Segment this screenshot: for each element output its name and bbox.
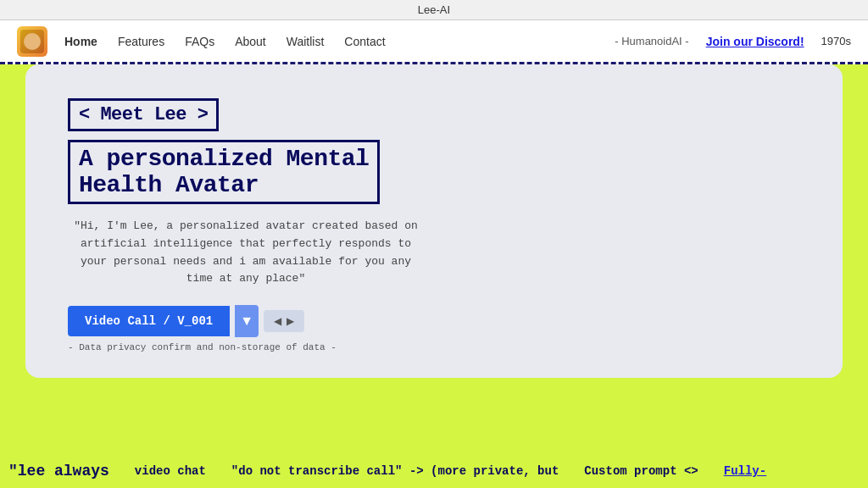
arrow-left-btn[interactable]: ◀	[272, 315, 283, 327]
nav-item-waitlist[interactable]: Waitlist	[287, 35, 325, 48]
nav-item-features[interactable]: Features	[118, 35, 164, 48]
hero-card: < Meet Lee > A personalized Mental Healt…	[25, 64, 843, 378]
nav-item-home[interactable]: Home	[64, 35, 97, 48]
nav-links: Home Features FAQs About Waitlist Contac…	[64, 35, 386, 48]
hero-subtitle-box: A personalized Mental Health Avatar	[68, 140, 380, 204]
bottom-item-4[interactable]: Fully-	[724, 464, 766, 478]
discord-link[interactable]: Join our Discord!	[706, 35, 804, 48]
browser-title-bar: Lee-AI	[0, 0, 868, 20]
video-call-button[interactable]: Video Call / V_001	[68, 306, 230, 336]
nav-item-faqs[interactable]: FAQs	[185, 35, 214, 48]
bottom-item-0: "lee always	[8, 463, 109, 480]
hero-wrapper: < Meet Lee > A personalized Mental Healt…	[0, 64, 868, 395]
video-call-area: Video Call / V_001 ▼ ◀ ▶ - Data privacy …	[68, 305, 337, 352]
navbar: Home Features FAQs About Waitlist Contac…	[0, 20, 868, 64]
hero-content: < Meet Lee > A personalized Mental Healt…	[68, 98, 800, 352]
hero-title-box: < Meet Lee >	[68, 98, 219, 131]
year-label: 1970s	[821, 35, 851, 47]
video-call-arrows: ◀ ▶	[264, 310, 304, 332]
nav-item-about[interactable]: About	[235, 35, 266, 48]
hero-title-bracket: < Meet Lee >	[79, 104, 208, 125]
bottom-item-1: video chat	[135, 464, 206, 478]
browser-title: Lee-AI	[418, 3, 450, 16]
privacy-note: - Data privacy confirm and non-storage o…	[68, 342, 337, 352]
video-call-dropdown[interactable]: ▼	[235, 305, 259, 337]
logo[interactable]	[17, 26, 47, 57]
hero-subtitle-line1: A personalized Mental	[79, 146, 369, 172]
hero-description: "Hi, I'm Lee, a personalized avatar crea…	[68, 218, 424, 288]
humanoid-label: - HumanoidAI -	[615, 35, 688, 47]
bottom-item-2: "do not transcribe call" -> (more privat…	[231, 464, 559, 478]
video-call-button-row: Video Call / V_001 ▼ ◀ ▶	[68, 305, 337, 337]
arrow-right-btn[interactable]: ▶	[285, 315, 296, 327]
nav-item-contact[interactable]: Contact	[344, 35, 385, 48]
bottom-item-3: Custom prompt <>	[584, 464, 698, 478]
bottom-strip: "lee always video chat "do not transcrib…	[0, 454, 868, 488]
hero-subtitle-line2: Health Avatar	[79, 172, 369, 198]
navbar-right: - HumanoidAI - Join our Discord! 1970s	[615, 35, 851, 48]
